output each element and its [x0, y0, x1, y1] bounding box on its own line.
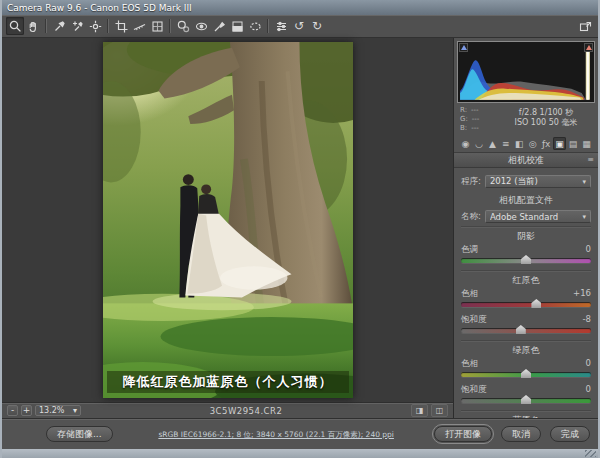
- b-value: ---: [471, 124, 479, 133]
- open-image-button[interactable]: 打开图像: [434, 426, 492, 442]
- footer-bar: 存储图像... sRGB IEC61966-2.1; 8 位; 3840 x 5…: [2, 418, 598, 449]
- workflow-options-link[interactable]: sRGB IEC61966-2.1; 8 位; 3840 x 5760 (22.…: [158, 430, 394, 440]
- exif-iso-focal: ISO 100 50 毫米: [500, 118, 592, 128]
- slider-label: 色调: [461, 244, 478, 256]
- camera-raw-window: Camera Raw 9.6 - Canon EOS 5D Mark III: [0, 0, 600, 458]
- straighten-tool-icon[interactable]: [130, 17, 148, 35]
- cancel-button[interactable]: 取消: [501, 426, 541, 442]
- spot-removal-tool-icon[interactable]: [174, 17, 192, 35]
- slider-thumb[interactable]: [531, 299, 541, 308]
- calibration-section: 蓝原色色相0饱和度+40: [461, 410, 591, 418]
- canvas-column: 降低红原色加蓝原色（个人习惯） - + 13.2% ▾ 3C5W2954.CR2…: [2, 38, 454, 418]
- calibration-panel: 程序: 2012 (当前) ▾ 相机配置文件 名称: Adobe Standar…: [454, 168, 598, 418]
- slider-thumb[interactable]: [516, 325, 526, 334]
- tint-slider[interactable]: [461, 258, 591, 263]
- slider-label-row: 色调0: [461, 244, 591, 256]
- zoom-in-button[interactable]: +: [21, 405, 32, 416]
- panel-menu-icon[interactable]: ≡: [587, 155, 594, 164]
- photo-preview[interactable]: 降低红原色加蓝原色（个人习惯）: [103, 42, 353, 398]
- rotate-left-icon[interactable]: ↺: [290, 17, 308, 35]
- sat-green-slider[interactable]: [461, 398, 591, 403]
- histogram-plot: [458, 42, 594, 102]
- shadow-clipping-indicator[interactable]: [459, 43, 468, 52]
- slider-value[interactable]: +16: [573, 288, 591, 300]
- tab-snapshots-icon[interactable]: ▦: [580, 137, 593, 150]
- chevron-down-icon: ▾: [582, 178, 586, 186]
- tab-camera-calibration-icon[interactable]: ▣: [553, 137, 566, 150]
- sat-red-slider[interactable]: [461, 328, 591, 333]
- slider-label-row: 色相0: [461, 358, 591, 370]
- tab-basic-icon[interactable]: ◉: [459, 137, 472, 150]
- panel-header: 相机校准 ≡: [454, 153, 598, 168]
- transform-grid-tool-icon[interactable]: [148, 17, 166, 35]
- zoom-out-button[interactable]: -: [7, 405, 18, 416]
- white-balance-tool-icon[interactable]: [50, 17, 68, 35]
- slider-value[interactable]: 0: [586, 244, 591, 256]
- section-title: 绿原色: [461, 344, 591, 357]
- before-after-view-icon[interactable]: ◨: [411, 404, 428, 417]
- zoom-tool-icon[interactable]: [6, 17, 24, 35]
- histogram[interactable]: [457, 41, 595, 103]
- slider-value[interactable]: 0: [586, 384, 591, 396]
- chevron-down-icon: ▾: [582, 213, 586, 221]
- camera-profile-header: 相机配置文件: [461, 194, 591, 207]
- split-view-icon[interactable]: ◫: [431, 404, 448, 417]
- slider-label: 饱和度: [461, 314, 487, 326]
- preview-bar: - + 13.2% ▾ 3C5W2954.CR2 ◨ ◫: [2, 402, 454, 418]
- panel-header-title: 相机校准: [508, 154, 544, 167]
- process-version-dropdown[interactable]: 2012 (当前) ▾: [485, 175, 591, 188]
- resize-grip[interactable]: [585, 450, 596, 457]
- crop-tool-icon[interactable]: [112, 17, 130, 35]
- slider-label-row: 饱和度-8: [461, 314, 591, 326]
- profile-name-dropdown[interactable]: Adobe Standard ▾: [485, 210, 591, 223]
- radial-filter-tool-icon[interactable]: [246, 17, 264, 35]
- toggle-fullscreen-icon[interactable]: [576, 17, 594, 35]
- panel-tabs: ◉◡▲≡◧◎ƒx▣▤▦: [454, 135, 598, 153]
- save-image-button[interactable]: 存储图像...: [46, 426, 113, 442]
- targeted-adjustment-tool-icon[interactable]: [86, 17, 104, 35]
- calibration-section: 红原色色相+16饱和度-8: [461, 270, 591, 333]
- window-frame-bottom: [2, 449, 598, 458]
- tab-presets-icon[interactable]: ▤: [567, 137, 580, 150]
- main-area: 降低红原色加蓝原色（个人习惯） - + 13.2% ▾ 3C5W2954.CR2…: [2, 38, 598, 418]
- window-title: Camera Raw 9.6 - Canon EOS 5D Mark III: [7, 3, 192, 13]
- r-label: R:: [460, 106, 467, 115]
- color-sampler-tool-icon[interactable]: [68, 17, 86, 35]
- slider-thumb[interactable]: [521, 395, 531, 404]
- slider-value[interactable]: -8: [583, 314, 591, 326]
- title-bar[interactable]: Camera Raw 9.6 - Canon EOS 5D Mark III: [2, 0, 598, 15]
- filename-label: 3C5W2954.CR2: [84, 406, 408, 416]
- g-value: ---: [472, 115, 480, 124]
- slider-label: 色相: [461, 288, 478, 300]
- highlight-clipping-indicator[interactable]: [584, 43, 593, 52]
- adjustment-brush-tool-icon[interactable]: [210, 17, 228, 35]
- zoom-level-dropdown[interactable]: 13.2% ▾: [35, 405, 81, 416]
- tab-split-toning-icon[interactable]: ◧: [513, 137, 526, 150]
- tab-effects-icon[interactable]: ƒx: [540, 137, 553, 150]
- preferences-icon[interactable]: [272, 17, 290, 35]
- tab-detail-icon[interactable]: ▲: [486, 137, 499, 150]
- process-version-label: 程序:: [461, 176, 481, 188]
- hue-green-slider[interactable]: [461, 372, 591, 377]
- photo-caption: 降低红原色加蓝原色（个人习惯）: [107, 371, 349, 393]
- done-button[interactable]: 完成: [550, 426, 590, 442]
- image-canvas[interactable]: 降低红原色加蓝原色（个人习惯）: [2, 38, 454, 402]
- rgb-readout: R:--- G:--- B:---: [460, 106, 500, 133]
- hue-red-slider[interactable]: [461, 302, 591, 307]
- slider-value[interactable]: 0: [586, 358, 591, 370]
- graduated-filter-tool-icon[interactable]: [228, 17, 246, 35]
- tab-hsl-icon[interactable]: ≡: [499, 137, 512, 150]
- rotate-right-icon[interactable]: ↻: [308, 17, 326, 35]
- red-eye-tool-icon[interactable]: [192, 17, 210, 35]
- tab-lens-corrections-icon[interactable]: ◎: [526, 137, 539, 150]
- hand-tool-icon[interactable]: [24, 17, 42, 35]
- toolbar: ↺ ↻: [2, 15, 598, 38]
- slider-label: 色相: [461, 358, 478, 370]
- slider-thumb[interactable]: [521, 369, 531, 378]
- tab-tone-curve-icon[interactable]: ◡: [472, 137, 485, 150]
- slider-label-row: 色相+16: [461, 288, 591, 300]
- section-title: 阴影: [461, 230, 591, 243]
- profile-name-label: 名称:: [461, 211, 481, 223]
- toolbar-separator: [169, 19, 171, 33]
- slider-thumb[interactable]: [521, 255, 531, 264]
